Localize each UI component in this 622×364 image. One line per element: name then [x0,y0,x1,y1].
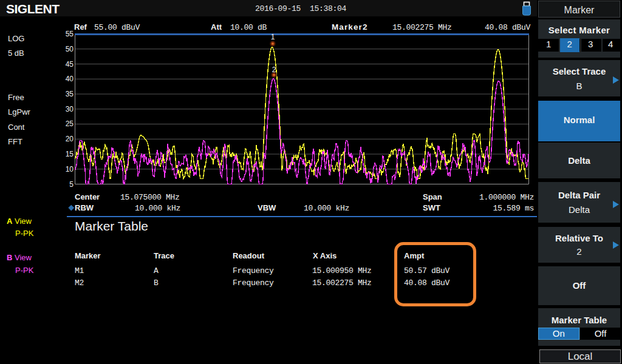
svg-text:2: 2 [272,66,276,74]
svg-text:1: 1 [271,33,275,41]
